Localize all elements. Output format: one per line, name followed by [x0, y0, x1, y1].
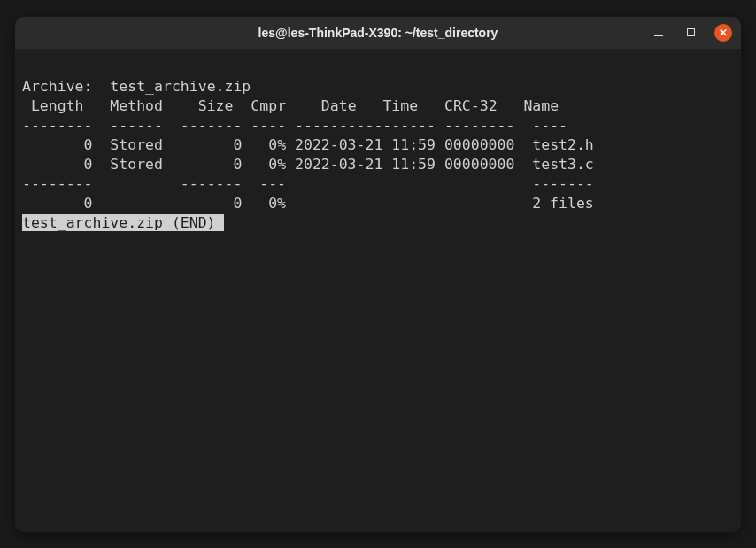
archive-label: Archive:: [22, 78, 92, 95]
cell-date: 2022-03-21: [295, 156, 382, 173]
window-title: les@les-ThinkPad-X390: ~/test_directory: [15, 26, 741, 40]
header-row: Length Method Size Cmpr Date Time CRC-32…: [22, 96, 734, 116]
col-name: Name: [523, 97, 559, 114]
col-crc32: CRC-32: [444, 97, 498, 114]
col-method: Method: [110, 97, 163, 114]
cell-cmpr: 0%: [268, 156, 286, 173]
cell-time: 11:59: [391, 156, 436, 173]
terminal-output[interactable]: Archive: test_archive.zip Length Method …: [15, 49, 741, 532]
table-row: 0 Stored 0 0% 2022-03-21 11:59 00000000 …: [22, 155, 734, 174]
minimize-button[interactable]: [651, 25, 667, 41]
cell-name: test2.h: [532, 136, 594, 153]
cell-method: Stored: [110, 136, 163, 153]
window-controls: ✕: [651, 24, 732, 42]
total-size: 0: [233, 195, 242, 212]
col-time: Time: [382, 97, 418, 114]
close-button[interactable]: ✕: [714, 24, 732, 42]
cell-time: 11:59: [391, 136, 436, 153]
close-icon: ✕: [719, 27, 728, 38]
terminal-window: les@les-ThinkPad-X390: ~/test_directory …: [15, 17, 741, 532]
col-length: Length: [31, 97, 84, 114]
total-summary: 2 files: [532, 195, 594, 212]
col-cmpr: Cmpr: [251, 97, 286, 114]
cell-size: 0: [233, 136, 242, 153]
cell-crc32: 00000000: [444, 156, 514, 173]
cell-length: 0: [84, 156, 93, 173]
pager-status-line: test_archive.zip (END): [22, 213, 734, 233]
maximize-icon: [687, 28, 695, 36]
cell-length: 0: [84, 136, 93, 153]
archive-line: Archive: test_archive.zip: [22, 77, 734, 96]
totals-row: 0 0 0% 2 files: [22, 194, 734, 213]
cell-date: 2022-03-21: [295, 136, 382, 153]
col-size: Size: [198, 97, 234, 114]
separator-row: -------- ------- --- -------: [22, 174, 734, 194]
cell-size: 0: [233, 156, 242, 173]
cell-crc32: 00000000: [444, 136, 514, 153]
separator-row: -------- ------ ------- ---- -----------…: [22, 116, 734, 135]
table-row: 0 Stored 0 0% 2022-03-21 11:59 00000000 …: [22, 135, 734, 155]
cell-name: test3.c: [532, 156, 594, 173]
maximize-button[interactable]: [683, 25, 698, 41]
minimize-icon: [654, 35, 663, 36]
titlebar: les@les-ThinkPad-X390: ~/test_directory …: [15, 17, 741, 49]
total-cmpr: 0%: [268, 195, 286, 212]
total-length: 0: [84, 195, 93, 212]
blank-line: [22, 58, 734, 77]
cell-cmpr: 0%: [268, 136, 286, 153]
cell-method: Stored: [110, 156, 163, 173]
pager-status: test_archive.zip (END): [22, 214, 224, 231]
col-date: Date: [321, 97, 357, 114]
archive-name: test_archive.zip: [110, 78, 251, 95]
